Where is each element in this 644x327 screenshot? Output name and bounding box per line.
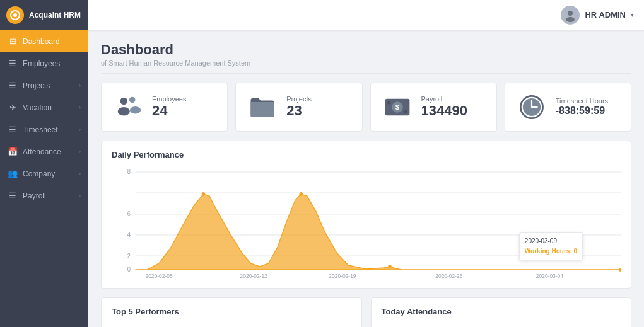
nav-icon-vacation: ✈ xyxy=(8,103,18,112)
stat-value-projects: 23 xyxy=(286,103,302,119)
page-title: Dashboard xyxy=(101,42,631,58)
chart-card: Daily Performance 8 6 4 2 0 xyxy=(101,141,631,289)
stat-info-timesheet: Timesheet Hours -838:59:59 xyxy=(556,97,608,117)
svg-point-11 xyxy=(387,101,390,104)
sidebar-item-timesheet[interactable]: ☰ Timesheet › xyxy=(0,118,88,141)
nav-item-left-attendance: 📅 Attendance xyxy=(8,147,61,156)
nav-chevron-timesheet: › xyxy=(79,126,81,133)
stat-label-timesheet: Timesheet Hours xyxy=(556,97,608,105)
nav-item-left-payroll: ☰ Payroll xyxy=(8,191,46,200)
svg-point-3 xyxy=(566,17,575,22)
nav-item-left-dashboard: ⊞ Dashboard xyxy=(8,37,60,46)
sidebar-item-employees[interactable]: ☰ Employees xyxy=(0,52,88,74)
nav-chevron-attendance: › xyxy=(79,148,81,155)
stat-card-employees[interactable]: Employees 24 xyxy=(101,83,228,132)
nav-chevron-vacation: › xyxy=(79,104,81,111)
today-attendance-card: Today Attendance xyxy=(371,297,632,327)
svg-point-1 xyxy=(13,13,17,17)
svg-point-12 xyxy=(404,110,407,113)
stat-value-payroll: 134490 xyxy=(421,103,467,119)
nav-icon-attendance: 📅 xyxy=(8,147,18,156)
chart-tooltip: 2020-03-09 Working Hours: 0 xyxy=(519,232,583,260)
user-name: HR ADMIN xyxy=(585,10,626,20)
stat-label-payroll: Payroll xyxy=(421,95,443,103)
tooltip-label: Working Hours xyxy=(525,248,570,255)
topbar: HR ADMIN ▾ xyxy=(88,0,644,30)
sidebar-item-payroll[interactable]: ☰ Payroll › xyxy=(0,185,88,207)
nav-item-left-projects: ☰ Projects xyxy=(8,81,50,90)
content-area: Dashboard of Smart Human Resource Manage… xyxy=(88,30,644,327)
svg-point-7 xyxy=(130,106,141,114)
nav-icon-employees: ☰ xyxy=(8,59,18,68)
nav-label-vacation: Vacation xyxy=(23,103,52,112)
user-avatar xyxy=(561,6,580,25)
svg-text:4: 4 xyxy=(127,231,131,238)
logo-icon xyxy=(6,6,24,24)
svg-point-30 xyxy=(388,265,392,268)
svg-point-5 xyxy=(118,107,130,115)
svg-text:$: $ xyxy=(395,103,399,111)
svg-point-4 xyxy=(120,98,128,105)
nav-item-left-company: 👥 Company xyxy=(8,169,55,178)
app-logo: Acquaint HRM xyxy=(0,0,88,30)
user-chevron-icon: ▾ xyxy=(631,11,634,18)
nav-label-payroll: Payroll xyxy=(23,192,46,200)
svg-text:8: 8 xyxy=(127,168,131,175)
svg-point-31 xyxy=(619,268,621,272)
tooltip-value: 0 xyxy=(573,248,577,255)
svg-text:2: 2 xyxy=(127,253,131,260)
svg-text:2020-02-12: 2020-02-12 xyxy=(240,273,267,279)
chart-area: 8 6 4 2 0 2020-02-05 2020-02-12 2020-02-… xyxy=(112,166,621,279)
sidebar-item-vacation[interactable]: ✈ Vacation › xyxy=(0,96,88,118)
nav-icon-payroll: ☰ xyxy=(8,191,18,200)
nav-chevron-projects: › xyxy=(79,82,81,89)
user-menu[interactable]: HR ADMIN ▾ xyxy=(561,6,634,25)
svg-text:2020-03-04: 2020-03-04 xyxy=(536,273,563,279)
sidebar-item-projects[interactable]: ☰ Projects › xyxy=(0,74,88,96)
svg-point-6 xyxy=(129,97,136,103)
nav-icon-timesheet: ☰ xyxy=(8,125,18,134)
today-attendance-title: Today Attendance xyxy=(382,307,621,316)
nav-icon-dashboard: ⊞ xyxy=(8,37,18,46)
svg-text:2020-02-05: 2020-02-05 xyxy=(145,273,172,279)
chart-title: Daily Performance xyxy=(112,150,621,159)
stat-label-projects: Projects xyxy=(286,95,312,103)
stat-info-employees: Employees 24 xyxy=(152,95,186,119)
svg-point-2 xyxy=(568,11,573,16)
nav-label-company: Company xyxy=(23,169,55,178)
nav-chevron-company: › xyxy=(79,170,81,177)
svg-text:2020-02-19: 2020-02-19 xyxy=(329,273,356,279)
stat-card-payroll[interactable]: $ Payroll 134490 xyxy=(370,83,497,132)
nav-item-left-timesheet: ☰ Timesheet xyxy=(8,125,58,134)
nav-item-left-employees: ☰ Employees xyxy=(8,59,60,68)
svg-text:2020-02-26: 2020-02-26 xyxy=(435,273,462,279)
stats-row: Employees 24 Projects 23 xyxy=(101,83,631,132)
stat-label-employees: Employees xyxy=(152,95,186,103)
nav-label-timesheet: Timesheet xyxy=(23,125,58,134)
nav-chevron-payroll: › xyxy=(79,192,81,199)
top-performers-card: Top 5 Performers xyxy=(101,297,362,327)
stat-info-payroll: Payroll 134490 xyxy=(421,95,467,119)
sidebar-item-attendance[interactable]: 📅 Attendance › xyxy=(0,141,88,163)
tooltip-working-hours: Working Hours: 0 xyxy=(525,246,577,256)
stat-value-employees: 24 xyxy=(152,103,167,119)
nav-item-left-vacation: ✈ Vacation xyxy=(8,103,52,112)
app-name: Acquaint HRM xyxy=(29,11,81,20)
sidebar-item-dashboard[interactable]: ⊞ Dashboard xyxy=(0,30,88,52)
timesheet-icon xyxy=(517,93,547,121)
stat-info-projects: Projects 23 xyxy=(286,95,312,119)
svg-text:6: 6 xyxy=(127,210,131,217)
sidebar: Acquaint HRM ⊞ Dashboard ☰ Employees ☰ P… xyxy=(0,0,88,327)
stat-card-timesheet[interactable]: Timesheet Hours -838:59:59 xyxy=(505,83,631,132)
stat-card-projects[interactable]: Projects 23 xyxy=(235,83,362,132)
stat-value-timesheet: -838:59:59 xyxy=(556,105,605,117)
main-nav: ⊞ Dashboard ☰ Employees ☰ Projects › ✈ V… xyxy=(0,30,88,327)
sidebar-item-company[interactable]: 👥 Company › xyxy=(0,163,88,185)
payroll-icon: $ xyxy=(382,93,413,121)
svg-text:0: 0 xyxy=(127,266,131,273)
main-area: HR ADMIN ▾ Dashboard of Smart Human Reso… xyxy=(88,0,644,327)
bottom-row: Top 5 Performers Today Attendance xyxy=(101,297,631,327)
nav-icon-company: 👥 xyxy=(8,169,18,178)
chart-svg: 8 6 4 2 0 2020-02-05 2020-02-12 2020-02-… xyxy=(112,166,621,279)
nav-label-employees: Employees xyxy=(23,59,60,68)
